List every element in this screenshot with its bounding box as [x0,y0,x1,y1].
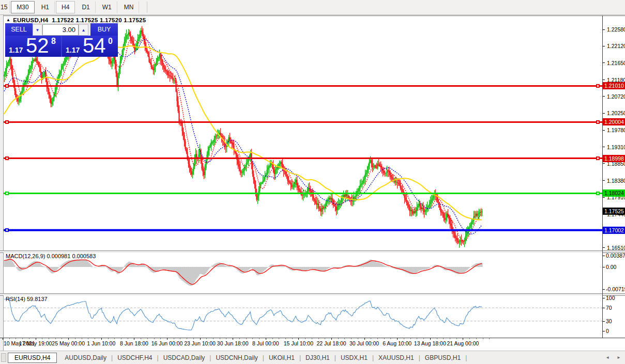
timeframe-button-w1[interactable]: W1 [97,1,117,13]
time-axis-minor-tick [292,338,293,339]
rsi-axis-tick [603,331,605,331]
time-axis-minor-tick [114,338,115,339]
price-axis-label: 1.22120 [607,42,625,50]
timeframe-button-h4[interactable]: H4 [56,1,75,13]
time-axis-minor-tick [285,338,286,339]
rsi-canvas[interactable] [4,295,602,338]
tab-dj30h1[interactable]: DJ30,H1 [301,353,334,362]
hline-1.18998[interactable] [4,156,602,160]
time-axis-label: 21 Aug 00:00 [447,340,479,346]
price-axis-tick [603,46,605,46]
tab-scroll-right-icon[interactable]: ► [617,355,621,360]
one-click-trading-panel: SELL ▼ ▲ BUY 1.17 52 8 1.17 54 0 [5,23,118,57]
time-axis-minor-tick [483,338,483,339]
time-axis-minor-tick [423,338,424,339]
collapse-triangle-icon[interactable]: ▲ [6,18,10,22]
time-axis-tick [134,338,134,340]
tab-scroll-left-icon[interactable]: ◄ [605,355,609,360]
time-axis-label: 1 Jun 10:00 [87,340,115,346]
chart-tab-bar: EURUSD,H4AUDUSD,Daily|USDCHF,H4|USDCAD,D… [0,351,625,364]
time-axis-minor-tick [384,338,385,339]
tab-gbpusdh1[interactable]: GBPUSD,H1 [420,353,465,362]
price-axis-label: 1.22580 [607,26,625,33]
chart-symbol-label: EURUSD,H4 [13,17,48,23]
time-axis-label: 30 Jun 18:00 [217,340,249,346]
tab-scroll-arrows: ◄► [605,355,621,360]
time-axis-label: 8 Jun 18:00 [120,340,148,346]
time-axis-minor-tick [443,338,444,339]
macd-axis-tick [603,267,605,267]
time-axis-tick [266,338,266,340]
time-axis-minor-tick [417,338,417,339]
price-axis-tick [603,80,605,80]
time-axis-minor-tick [390,338,391,339]
mt4-window: 15M30H1H4D1W1MN ▲EURUSD,H4 1.17522 1.175… [0,0,625,364]
time-axis-label: 15 Jul 10:00 [284,340,313,346]
time-axis-minor-tick [49,338,49,339]
time-axis-minor-tick [476,338,477,339]
hline-1.17002[interactable] [4,228,602,232]
time-axis-minor-tick [410,338,411,339]
time-axis-minor-tick [62,338,62,339]
timeframe-button-m30[interactable]: M30 [11,1,34,13]
tab-audusddaily[interactable]: AUDUSD,Daily [60,353,111,362]
time-axis-minor-tick [42,338,42,339]
time-axis: 10 May 202117 May 19:0025 May 00:001 Jun… [4,338,625,350]
price-axis-tick [603,96,605,97]
time-axis-minor-tick [226,338,226,339]
price-badge-1.17002: 1.17002 [603,227,625,234]
tab-usdcnhdaily[interactable]: USDCNH,Daily [211,353,262,362]
buy-price-button[interactable]: 1.17 54 0 [62,36,118,57]
time-axis-tick [397,338,398,340]
time-axis-minor-tick [325,338,325,339]
hline-1.20004[interactable] [4,120,602,124]
timeframe-button-d1[interactable]: D1 [76,1,95,13]
tab-usdchfh4[interactable]: USDCHF,H4 [113,353,157,362]
tab-usdcaddaily[interactable]: USDCAD,Daily [159,353,210,362]
tab-bar-grip [1,353,6,362]
time-axis-minor-tick [259,338,260,339]
time-axis-label: 8 Jul 00:00 [252,340,279,346]
tab-usdxh1[interactable]: USDX,H1 [336,353,372,362]
hline-1.21010[interactable] [4,84,602,88]
tab-eurusdh4[interactable]: EURUSD,H4 [8,353,57,363]
price-axis-label: 1.21650 [607,59,625,67]
rsi-axis-label: 0 [606,327,609,335]
time-axis-label: 13 Aug 18:00 [414,340,446,346]
price-axis-tick [603,147,605,147]
time-axis-minor-tick [193,338,194,339]
time-axis-minor-tick [154,338,155,339]
sell-price-button[interactable]: 1.17 52 8 [5,36,62,57]
timeframe-button-m15-partial[interactable]: 15 [0,1,10,13]
time-axis-minor-tick [305,338,306,339]
price-axis-label: 1.20720 [607,93,625,100]
time-axis-label: 23 Jun 10:00 [184,340,216,346]
timeframe-button-mn[interactable]: MN [118,1,140,13]
time-axis-minor-tick [121,338,121,339]
price-axis-tick [603,62,605,63]
time-axis-tick [200,338,201,340]
ma-line-22 [4,38,482,234]
time-axis-label: 16 Jun 00:00 [151,340,183,346]
time-axis-minor-tick [75,338,75,339]
time-axis-tick [331,338,332,340]
time-axis-label: 22 Jul 18:00 [316,340,346,346]
window-left-edge [0,15,4,351]
price-axis-tick [603,130,605,131]
macd-label: MACD(12,26,9) 0.000981 0.000583 [6,253,96,259]
time-axis-minor-tick [351,338,352,339]
time-axis-minor-tick [147,338,148,339]
macd-histogram [5,259,482,286]
time-axis-minor-tick [220,338,220,339]
rsi-axis-label: 100 [606,294,615,302]
rsi-pane[interactable] [4,295,602,338]
time-axis-tick [3,338,3,340]
time-axis-minor-tick [344,338,345,339]
sell-price-prefix: 1.17 [9,46,23,54]
time-axis-minor-tick [16,338,16,339]
tab-ukoilh1[interactable]: UKOil,H1 [264,353,299,362]
time-axis-minor-tick [128,338,128,339]
macd-axis-label: 0.003873 [606,252,625,259]
timeframe-button-h1[interactable]: H1 [36,1,55,13]
tab-xauusdh1[interactable]: XAUUSD,H1 [374,353,419,362]
